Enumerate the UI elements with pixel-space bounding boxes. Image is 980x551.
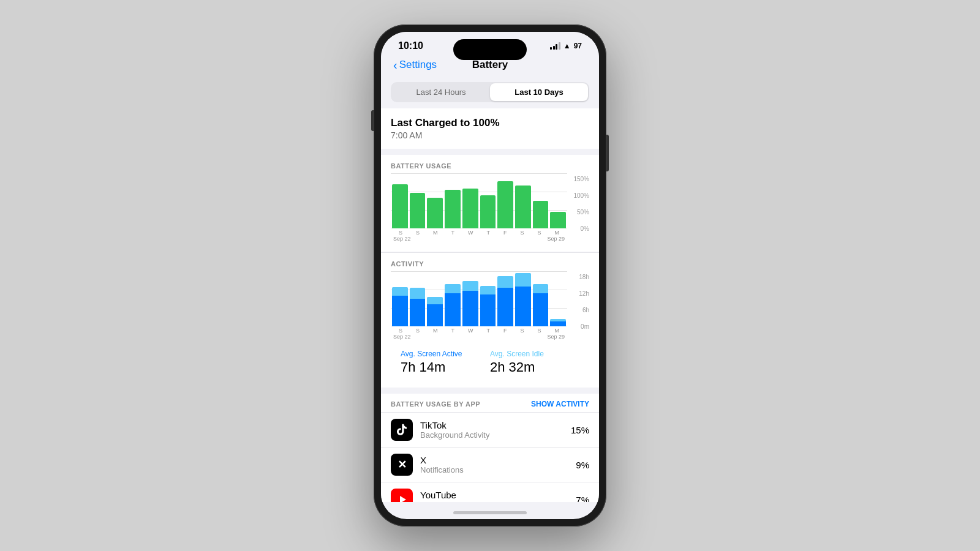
tiktok-name: TikTok bbox=[420, 420, 564, 430]
battery-bars bbox=[391, 173, 567, 228]
back-label[interactable]: Settings bbox=[399, 59, 437, 71]
show-activity-button[interactable]: SHOW ACTIVITY bbox=[531, 400, 589, 408]
battery-y-axis: 150% 100% 50% 0% bbox=[567, 173, 589, 247]
x-label-m2: M bbox=[554, 230, 559, 236]
x-label-s1: S bbox=[399, 230, 402, 236]
tiktok-pct: 15% bbox=[571, 425, 589, 435]
dynamic-island bbox=[453, 39, 527, 60]
avg-screen-active: Avg. Screen Active 7h 14m bbox=[401, 350, 490, 375]
bar-battery-10 bbox=[550, 212, 566, 228]
tiktok-sub: Background Activity bbox=[420, 430, 564, 440]
x-label-t2: T bbox=[486, 230, 490, 236]
x-label-m1: M bbox=[433, 230, 438, 236]
avg-stats: Avg. Screen Active 7h 14m Avg. Screen Id… bbox=[391, 345, 589, 383]
y-label-0: 0% bbox=[581, 225, 589, 232]
activity-bar-1 bbox=[392, 271, 408, 326]
signal-icon bbox=[550, 42, 560, 50]
x-app-icon: ✕ bbox=[391, 454, 413, 476]
bar-battery-5 bbox=[462, 189, 478, 228]
x-label-s2: S bbox=[416, 230, 420, 236]
battery-icon: 97 bbox=[574, 42, 582, 50]
bar-battery-1 bbox=[392, 184, 408, 228]
app-row-tiktok[interactable]: TikTok Background Activity 15% bbox=[381, 412, 599, 447]
y-label-100: 100% bbox=[573, 192, 589, 199]
chevron-left-icon: ‹ bbox=[393, 59, 398, 71]
avg-screen-idle-label: Avg. Screen Idle bbox=[490, 350, 579, 358]
youtube-icon bbox=[391, 489, 413, 502]
activity-chart-container: S S M T W T F S S M Sep 22 bbox=[391, 271, 589, 345]
tab-last-24-hours[interactable]: Last 24 Hours bbox=[392, 83, 490, 101]
x-label-s4: S bbox=[537, 230, 541, 236]
y-label-50: 50% bbox=[577, 209, 589, 216]
x-label-f: F bbox=[503, 230, 507, 236]
bar-battery-3 bbox=[427, 198, 443, 228]
status-icons: ▲ 97 bbox=[550, 42, 582, 50]
battery-date-sep29: Sep 29 bbox=[547, 236, 565, 242]
youtube-sub: Audio bbox=[420, 500, 568, 502]
x-sub: Notifications bbox=[420, 465, 568, 474]
avg-screen-active-value: 7h 14m bbox=[401, 359, 490, 375]
battery-by-app-header: BATTERY USAGE BY APP SHOW ACTIVITY bbox=[381, 394, 599, 412]
x-pct: 9% bbox=[576, 460, 589, 470]
segment-control[interactable]: Last 24 Hours Last 10 Days bbox=[391, 82, 589, 102]
home-indicator bbox=[453, 511, 527, 514]
youtube-pct: 7% bbox=[576, 495, 589, 503]
battery-chart-section: BATTERY USAGE bbox=[381, 155, 599, 252]
activity-date-labels: Sep 22 Sep 29 bbox=[391, 334, 567, 340]
battery-bars-area: S S M T W T F S S M Sep 22 bbox=[391, 173, 567, 247]
bar-battery-2 bbox=[410, 193, 426, 228]
battery-chart-container: S S M T W T F S S M Sep 22 bbox=[391, 173, 589, 247]
activity-chart-label: ACTIVITY bbox=[391, 260, 589, 268]
youtube-info: YouTube Audio bbox=[420, 490, 568, 502]
y-label-6h: 6h bbox=[582, 307, 589, 313]
charged-card: Last Charged to 100% 7:00 AM bbox=[381, 108, 599, 149]
back-button[interactable]: ‹ Settings bbox=[393, 59, 437, 71]
tiktok-info: TikTok Background Activity bbox=[420, 420, 564, 440]
tiktok-icon bbox=[391, 419, 413, 441]
x-label-s3: S bbox=[520, 230, 524, 236]
avg-screen-idle: Avg. Screen Idle 2h 32m bbox=[490, 350, 579, 375]
avg-screen-idle-value: 2h 32m bbox=[490, 359, 579, 375]
app-row-youtube[interactable]: YouTube Audio 7% bbox=[381, 482, 599, 502]
battery-x-labels: S S M T W T F S S M bbox=[391, 230, 567, 236]
phone-screen: 10:10 ▲ 97 ‹ Settings Battery bbox=[381, 32, 599, 519]
battery-date-sep22: Sep 22 bbox=[393, 236, 411, 242]
bar-battery-6 bbox=[480, 195, 496, 228]
activity-bar-8 bbox=[515, 271, 531, 326]
activity-chart-section: ACTIVITY bbox=[381, 252, 599, 388]
bar-battery-8 bbox=[515, 186, 531, 228]
activity-bar-2 bbox=[410, 271, 426, 326]
status-time: 10:10 bbox=[398, 40, 423, 51]
y-label-150: 150% bbox=[573, 176, 589, 182]
battery-chart-label: BATTERY USAGE bbox=[391, 162, 589, 170]
x-label-w: W bbox=[468, 230, 473, 236]
svg-marker-0 bbox=[400, 496, 406, 502]
activity-bars bbox=[391, 271, 567, 326]
bar-battery-7 bbox=[497, 181, 513, 228]
page-title: Battery bbox=[472, 59, 508, 71]
y-label-0m: 0m bbox=[581, 323, 589, 330]
charged-title: Last Charged to 100% bbox=[391, 117, 589, 129]
y-label-12h: 12h bbox=[579, 290, 589, 297]
phone-frame: 10:10 ▲ 97 ‹ Settings Battery bbox=[374, 24, 606, 527]
activity-bar-10 bbox=[550, 271, 566, 326]
activity-y-axis: 18h 12h 6h 0m bbox=[567, 271, 589, 345]
y-label-18h: 18h bbox=[579, 274, 589, 280]
activity-date-sep22: Sep 22 bbox=[393, 334, 411, 340]
activity-bar-4 bbox=[445, 271, 461, 326]
x-label-t1: T bbox=[451, 230, 454, 236]
activity-bar-9 bbox=[533, 271, 549, 326]
tab-last-10-days[interactable]: Last 10 Days bbox=[490, 83, 588, 101]
activity-bar-6 bbox=[480, 271, 496, 326]
content-area: Last 24 Hours Last 10 Days Last Charged … bbox=[381, 76, 599, 502]
charged-time: 7:00 AM bbox=[391, 130, 589, 140]
bar-battery-9 bbox=[533, 201, 549, 228]
battery-by-app-label: BATTERY USAGE BY APP bbox=[391, 400, 480, 408]
activity-x-labels: S S M T W T F S S M bbox=[391, 328, 567, 334]
activity-bar-5 bbox=[462, 271, 478, 326]
battery-date-labels: Sep 22 Sep 29 bbox=[391, 236, 567, 242]
app-row-x[interactable]: ✕ X Notifications 9% bbox=[381, 447, 599, 482]
wifi-icon: ▲ bbox=[564, 42, 571, 50]
avg-screen-active-label: Avg. Screen Active bbox=[401, 350, 490, 358]
x-info: X Notifications bbox=[420, 455, 568, 474]
